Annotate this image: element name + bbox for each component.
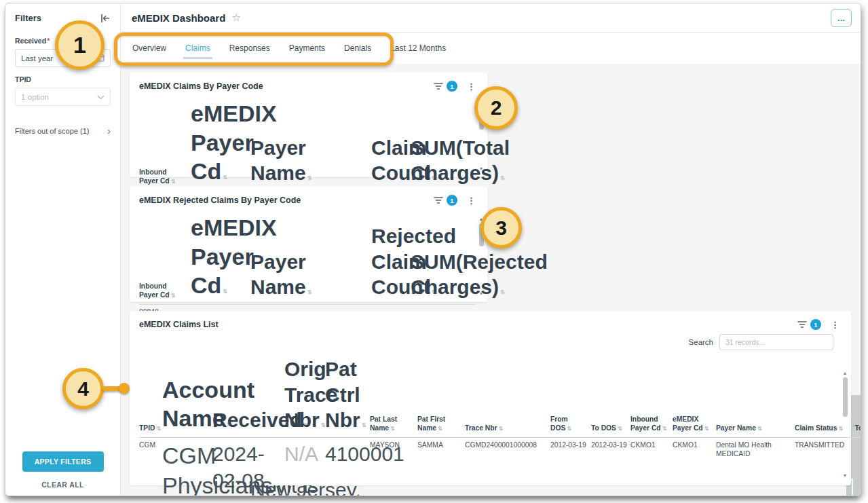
- column-header[interactable]: Claim Count⇅: [371, 97, 411, 190]
- callout-tabs-highlight: [114, 33, 394, 66]
- scroll-down-icon[interactable]: ▼: [479, 291, 484, 297]
- kebab-menu-icon[interactable]: ⋮: [829, 320, 842, 330]
- sort-icon[interactable]: ⇅: [390, 426, 395, 432]
- tpid-label: TPID: [15, 75, 111, 83]
- chevron-down-icon: [97, 93, 105, 101]
- callout-4-connector-dot: [119, 383, 130, 394]
- filters-out-of-scope-label: Filters out of scope (1): [15, 127, 89, 135]
- apply-filters-button[interactable]: APPLY FILTERS: [22, 451, 104, 472]
- table-cell: 2012-03-19: [591, 437, 630, 496]
- sort-icon[interactable]: ⇅: [171, 179, 176, 185]
- sort-icon[interactable]: ⇅: [307, 175, 312, 181]
- filter-count-badge: 1: [447, 81, 457, 92]
- favorite-star-icon[interactable]: ☆: [231, 12, 240, 24]
- data-bar: [853, 439, 861, 496]
- column-header[interactable]: Trace Nbr⇅: [465, 354, 550, 437]
- claims-list-card: eMEDIX Claims List 1 ⋮ Search TPID⇅Accou…: [130, 311, 851, 485]
- sort-icon[interactable]: ⇅: [171, 293, 176, 299]
- table-cell: CGMD2400001000008: [465, 437, 550, 496]
- table-cell: CKMO1: [673, 437, 716, 496]
- column-header[interactable]: SUM(Total Charges)⇅: [411, 97, 476, 190]
- filter-count-badge: 1: [447, 195, 457, 206]
- filter-icon[interactable]: [797, 320, 807, 329]
- column-header[interactable]: Rejected Claim Count⇅: [371, 211, 411, 304]
- sort-icon[interactable]: ⇅: [567, 426, 571, 432]
- claims-by-payer-card: eMEDIX Claims By Payer Code 1 ⋮ Inbound …: [130, 73, 487, 177]
- column-header[interactable]: eMEDIX Payer Cd⇅: [191, 211, 250, 304]
- received-value: Last year: [21, 54, 53, 62]
- sort-icon[interactable]: ⇅: [500, 175, 505, 181]
- table-row[interactable]: CGMCGM Physicians2024-02-08 12:20:18N/A4…: [139, 437, 861, 496]
- column-header[interactable]: Total Charges⇅: [853, 354, 861, 437]
- table-cell: SAMMA: [417, 437, 465, 496]
- required-asterisk: *: [47, 37, 50, 45]
- sort-icon[interactable]: ⇅: [704, 426, 709, 432]
- filters-out-of-scope-row[interactable]: Filters out of scope (1) ›: [15, 126, 111, 136]
- column-header[interactable]: To DOS⇅: [591, 354, 630, 437]
- filter-count-badge: 1: [810, 319, 821, 330]
- tpid-value: 1 option: [21, 93, 49, 101]
- sort-icon[interactable]: ⇅: [362, 422, 366, 428]
- more-options-button[interactable]: ...: [831, 9, 852, 27]
- column-header[interactable]: Pat First Name⇅: [417, 354, 465, 437]
- callout-1: 1: [55, 20, 105, 70]
- search-label: Search: [689, 338, 713, 346]
- tpid-select[interactable]: 1 option: [15, 88, 111, 106]
- claims-by-payer-title: eMEDIX Claims By Payer Code: [139, 81, 263, 91]
- column-header[interactable]: Pat Last Name⇅: [370, 354, 417, 437]
- scroll-down-icon[interactable]: ▼: [479, 166, 484, 172]
- page-title: eMEDIX Dashboard: [132, 12, 225, 24]
- sort-icon[interactable]: ⇅: [438, 426, 442, 432]
- table-cell: CGM Physicians: [162, 437, 212, 496]
- table-cell: CGM: [139, 437, 162, 496]
- column-header[interactable]: Account Name⇅: [162, 354, 212, 437]
- sort-icon[interactable]: ⇅: [156, 426, 161, 432]
- column-header[interactable]: Orig Trace Nbr⇅: [284, 354, 325, 437]
- column-header[interactable]: TPID⇅: [139, 354, 162, 437]
- kebab-menu-icon[interactable]: ⋮: [465, 81, 478, 92]
- sort-icon[interactable]: ⇅: [618, 426, 622, 432]
- filter-icon[interactable]: [434, 82, 443, 90]
- table-cell: N/A: [284, 437, 325, 496]
- main-area: eMEDIX Dashboard ☆ ... OverviewClaimsRes…: [121, 3, 861, 496]
- column-header[interactable]: Pat Ctrl Nbr⇅: [325, 354, 370, 437]
- tab-last-12-months[interactable]: Last 12 Months: [390, 33, 446, 64]
- sort-icon[interactable]: ⇅: [499, 426, 504, 432]
- table-cell: 2024-02-08 12:20:18: [212, 437, 284, 496]
- sort-icon[interactable]: ⇅: [662, 426, 667, 432]
- sort-icon[interactable]: ⇅: [500, 289, 505, 295]
- filters-title: Filters: [15, 13, 41, 23]
- rejected-claims-title: eMEDIX Rejected Claims By Payer Code: [139, 195, 301, 205]
- column-header[interactable]: Inbound Payer Cd⇅: [630, 354, 673, 437]
- table-cell: 2012-03-19: [550, 437, 591, 496]
- sort-icon[interactable]: ⇅: [223, 288, 227, 295]
- scroll-thumb[interactable]: [843, 377, 848, 417]
- search-input[interactable]: [719, 334, 833, 350]
- app-window: Filters Received* Last year TPID 1 optio…: [5, 3, 861, 496]
- filters-sidebar: Filters Received* Last year TPID 1 optio…: [5, 3, 121, 496]
- column-header[interactable]: Payer Name⇅: [716, 354, 795, 437]
- column-header[interactable]: From DOS⇅: [550, 354, 591, 437]
- chevron-right-icon: ›: [107, 126, 111, 136]
- scroll-down-icon[interactable]: ▼: [843, 473, 848, 479]
- filter-icon[interactable]: [434, 196, 443, 204]
- column-header[interactable]: Inbound Payer Cd⇅: [139, 97, 191, 190]
- sort-icon[interactable]: ⇅: [307, 289, 312, 295]
- table-cell: 4100001: [325, 437, 370, 496]
- callout-4: 4: [62, 368, 104, 409]
- sort-icon[interactable]: ⇅: [223, 174, 227, 181]
- column-header[interactable]: Inbound Payer Cd⇅: [139, 211, 191, 304]
- collapse-sidebar-icon[interactable]: [100, 14, 111, 23]
- table-cell: Dental MO Health MEDICAID: [716, 437, 795, 496]
- scroll-up-icon[interactable]: ▲: [843, 371, 848, 376]
- kebab-menu-icon[interactable]: ⋮: [465, 195, 478, 206]
- column-header[interactable]: eMEDIX Payer Cd⇅: [673, 354, 716, 437]
- clear-all-button[interactable]: CLEAR ALL: [15, 481, 111, 489]
- scrollbar[interactable]: ▲ ▼: [842, 371, 848, 479]
- callout-3: 3: [480, 207, 522, 248]
- claims-list-title: eMEDIX Claims List: [139, 320, 219, 329]
- table-cell: CKMO1: [630, 437, 673, 496]
- sort-icon[interactable]: ⇅: [757, 426, 762, 432]
- rejected-claims-by-payer-card: eMEDIX Rejected Claims By Payer Code 1 ⋮…: [130, 187, 487, 302]
- column-header[interactable]: eMEDIX Payer Cd⇅: [191, 97, 250, 190]
